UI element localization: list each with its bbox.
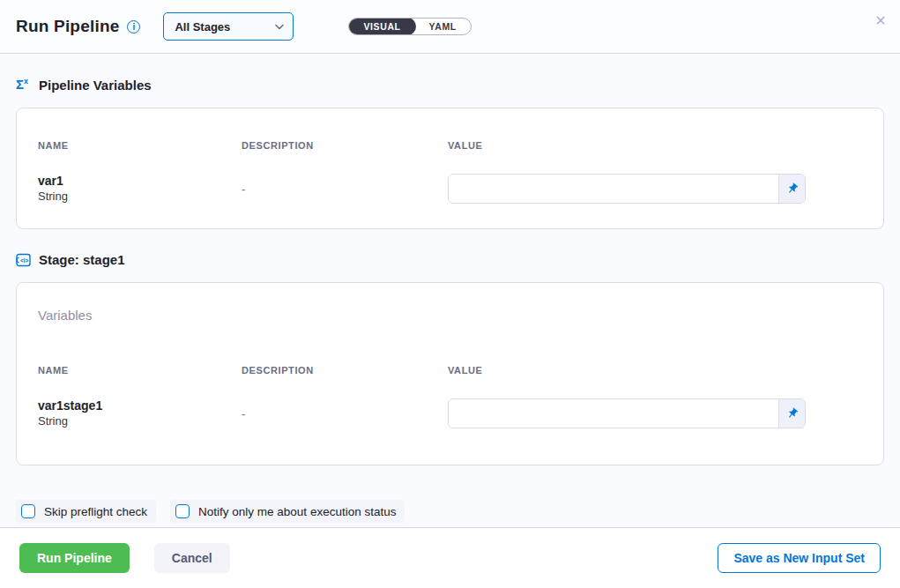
- pin-icon: [784, 405, 801, 422]
- notify-me-checkbox[interactable]: [175, 504, 190, 518]
- run-pipeline-button[interactable]: Run Pipeline: [19, 543, 130, 573]
- skip-preflight-checkbox[interactable]: [21, 504, 35, 518]
- cancel-button[interactable]: Cancel: [154, 543, 230, 573]
- table-row: var1 String -: [38, 174, 862, 204]
- sigma-variables-icon: Σx: [16, 77, 35, 93]
- pipeline-variables-card: NAME DESCRIPTION VALUE var1 String -: [16, 108, 884, 229]
- page-title: Run Pipeline: [16, 17, 119, 36]
- column-header-value: VALUE: [448, 365, 806, 376]
- variable-type: String: [38, 413, 242, 428]
- modal-footer: Run Pipeline Cancel Save as New Input Se…: [0, 528, 900, 588]
- info-icon[interactable]: i: [127, 20, 140, 33]
- pin-icon: [784, 180, 801, 197]
- stage-heading: <i> Stage: stage1: [16, 252, 884, 267]
- stage-select-value: All Stages: [175, 20, 275, 33]
- skip-preflight-option[interactable]: Skip preflight check: [16, 500, 156, 523]
- table-header-row: NAME DESCRIPTION VALUE: [38, 365, 862, 376]
- variable-name: var1: [38, 174, 242, 189]
- close-icon[interactable]: ✕: [872, 12, 889, 30]
- variable-type: String: [38, 189, 242, 204]
- table-header-row: NAME DESCRIPTION VALUE: [38, 140, 862, 151]
- tab-visual[interactable]: VISUAL: [348, 18, 415, 35]
- variable-value-input-group: [448, 398, 806, 428]
- svg-text:<i>: <i>: [20, 257, 29, 263]
- skip-preflight-label: Skip preflight check: [44, 505, 147, 518]
- var1stage1-value-input[interactable]: [449, 399, 778, 428]
- stage-variables-table: NAME DESCRIPTION VALUE var1stage1 String…: [38, 365, 862, 428]
- variable-value-input-group: [448, 174, 806, 204]
- pin-input-type-button[interactable]: [778, 175, 805, 203]
- column-header-description: DESCRIPTION: [242, 365, 448, 376]
- execution-options: Skip preflight check Notify only me abou…: [16, 500, 884, 523]
- column-header-value: VALUE: [448, 140, 806, 151]
- modal-body: Σx Pipeline Variables NAME DESCRIPTION V…: [0, 54, 900, 528]
- variable-name: var1stage1: [38, 398, 242, 413]
- column-header-name: NAME: [38, 140, 242, 151]
- modal-header: Run Pipeline i All Stages VISUAL YAML ✕: [0, 0, 900, 54]
- card-title: Variables: [38, 308, 862, 323]
- notify-me-label: Notify only me about execution status: [198, 505, 396, 518]
- notify-me-option[interactable]: Notify only me about execution status: [170, 500, 405, 523]
- visual-yaml-toggle: VISUAL YAML: [348, 18, 471, 35]
- pipeline-variables-table: NAME DESCRIPTION VALUE var1 String -: [38, 140, 862, 204]
- column-header-name: NAME: [38, 365, 242, 376]
- stage-variables-card: Variables NAME DESCRIPTION VALUE var1sta…: [16, 282, 884, 465]
- variable-description: -: [242, 407, 448, 421]
- column-header-description: DESCRIPTION: [242, 140, 448, 151]
- section-title: Pipeline Variables: [39, 78, 152, 93]
- pin-input-type-button[interactable]: [778, 399, 805, 428]
- variable-description: -: [242, 182, 448, 196]
- save-as-new-input-set-button[interactable]: Save as New Input Set: [718, 543, 881, 573]
- custom-stage-icon: <i>: [16, 253, 35, 267]
- tab-yaml[interactable]: YAML: [415, 19, 471, 34]
- chevron-down-icon: [275, 24, 284, 30]
- section-title: Stage: stage1: [39, 252, 125, 267]
- stage-select-dropdown[interactable]: All Stages: [163, 12, 294, 41]
- var1-value-input[interactable]: [449, 175, 778, 203]
- run-pipeline-modal: Run Pipeline i All Stages VISUAL YAML ✕ …: [0, 0, 900, 588]
- table-row: var1stage1 String -: [38, 398, 862, 428]
- pipeline-variables-heading: Σx Pipeline Variables: [16, 77, 884, 93]
